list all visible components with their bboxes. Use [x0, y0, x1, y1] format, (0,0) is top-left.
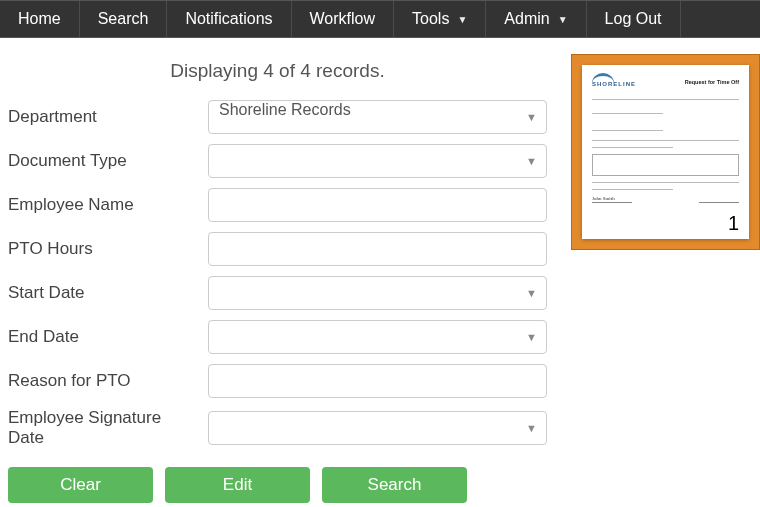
label-reason: Reason for PTO [8, 371, 208, 391]
doc-signature: John Smith [592, 196, 615, 201]
nav-workflow[interactable]: Workflow [292, 1, 395, 37]
search-form-panel: Displaying 4 of 4 records. Department Sh… [0, 38, 555, 507]
page-number: 1 [728, 212, 739, 235]
label-department: Department [8, 107, 208, 127]
label-start-date: Start Date [8, 283, 208, 303]
label-sig-date: Employee Signature Date [8, 408, 208, 449]
nav-workflow-label: Workflow [310, 10, 376, 28]
doc-title: Request for Time Off [685, 79, 739, 85]
nav-tools[interactable]: Tools▼ [394, 1, 486, 37]
department-select[interactable]: Shoreline Records [208, 100, 547, 134]
nav-tools-label: Tools [412, 10, 449, 28]
caret-down-icon: ▼ [558, 14, 568, 25]
nav-search[interactable]: Search [80, 1, 168, 37]
employee-name-input[interactable] [208, 188, 547, 222]
label-employee-name: Employee Name [8, 195, 208, 215]
document-type-select[interactable] [208, 144, 547, 178]
nav-admin[interactable]: Admin▼ [486, 1, 586, 37]
document-thumbnail[interactable]: SHORELINE Request for Time Off John Smit… [582, 65, 749, 239]
nav-home[interactable]: Home [0, 1, 80, 37]
nav-search-label: Search [98, 10, 149, 28]
clear-button[interactable]: Clear [8, 467, 153, 503]
nav-logout[interactable]: Log Out [587, 1, 681, 37]
doc-body-lines [592, 99, 739, 196]
start-date-select[interactable] [208, 276, 547, 310]
navbar: Home Search Notifications Workflow Tools… [0, 0, 760, 38]
search-button[interactable]: Search [322, 467, 467, 503]
end-date-select[interactable] [208, 320, 547, 354]
nav-notifications[interactable]: Notifications [167, 1, 291, 37]
document-preview-panel: SHORELINE Request for Time Off John Smit… [571, 54, 760, 250]
label-document-type: Document Type [8, 151, 208, 171]
nav-admin-label: Admin [504, 10, 549, 28]
nav-logout-label: Log Out [605, 10, 662, 28]
reason-input[interactable] [208, 364, 547, 398]
sig-date-select[interactable] [208, 411, 547, 445]
nav-home-label: Home [18, 10, 61, 28]
caret-down-icon: ▼ [457, 14, 467, 25]
pto-hours-input[interactable] [208, 232, 547, 266]
record-count: Displaying 4 of 4 records. [8, 60, 547, 82]
nav-notifications-label: Notifications [185, 10, 272, 28]
label-pto-hours: PTO Hours [8, 239, 208, 259]
edit-button[interactable]: Edit [165, 467, 310, 503]
logo-text: SHORELINE [592, 81, 636, 87]
label-end-date: End Date [8, 327, 208, 347]
